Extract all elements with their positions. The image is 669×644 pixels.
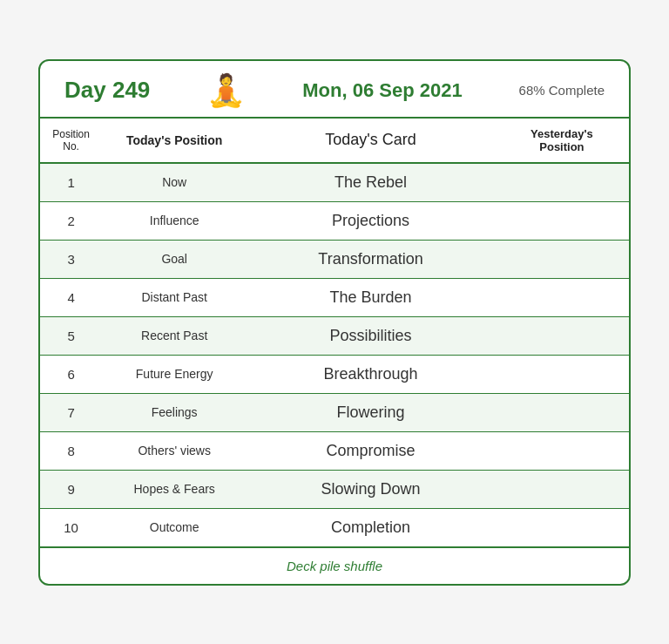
table-row: 5Recent PastPossibilities bbox=[40, 316, 629, 355]
footer-label: Deck pile shuffle bbox=[287, 559, 382, 573]
cell-today-pos: Outcome bbox=[102, 508, 247, 546]
cell-today-pos: Others' views bbox=[102, 431, 247, 470]
cell-yest-pos bbox=[495, 431, 629, 470]
table-row: 3GoalTransformation bbox=[40, 240, 629, 278]
col-header-yest-pos: Yesterday'sPosition bbox=[495, 119, 629, 163]
cell-today-card: Breakthrough bbox=[247, 355, 495, 393]
meditation-icon: 🧘 bbox=[206, 75, 246, 106]
cell-pos-no: 1 bbox=[40, 163, 102, 202]
cell-pos-no: 10 bbox=[40, 508, 102, 546]
date-label: Mon, 06 Sep 2021 bbox=[302, 79, 462, 102]
table-row: 9Hopes & FearsSlowing Down bbox=[40, 470, 629, 508]
cell-today-pos: Recent Past bbox=[102, 316, 247, 355]
cell-pos-no: 8 bbox=[40, 431, 102, 470]
table-row: 6Future EnergyBreakthrough bbox=[40, 355, 629, 393]
cell-pos-no: 9 bbox=[40, 470, 102, 508]
cell-today-card: Projections bbox=[247, 201, 495, 240]
table-row: 7FeelingsFlowering bbox=[40, 393, 629, 431]
main-card: Day 249 🧘 Mon, 06 Sep 2021 68% Complete … bbox=[38, 59, 631, 586]
cell-today-card: Transformation bbox=[247, 240, 495, 278]
cell-yest-pos bbox=[495, 240, 629, 278]
cell-pos-no: 6 bbox=[40, 355, 102, 393]
cell-yest-pos bbox=[495, 508, 629, 546]
cell-yest-pos bbox=[495, 355, 629, 393]
col-header-today-pos: Today's Position bbox=[102, 119, 247, 163]
cell-today-pos: Distant Past bbox=[102, 278, 247, 316]
cell-today-card: Completion bbox=[247, 508, 495, 546]
cell-today-pos: Hopes & Fears bbox=[102, 470, 247, 508]
cell-today-card: Possibilities bbox=[247, 316, 495, 355]
cell-yest-pos bbox=[495, 201, 629, 240]
table-row: 10OutcomeCompletion bbox=[40, 508, 629, 546]
table-row: 4Distant PastThe Burden bbox=[40, 278, 629, 316]
header: Day 249 🧘 Mon, 06 Sep 2021 68% Complete bbox=[40, 61, 629, 119]
cell-pos-no: 2 bbox=[40, 201, 102, 240]
cell-today-pos: Future Energy bbox=[102, 355, 247, 393]
day-label: Day 249 bbox=[64, 77, 150, 104]
cell-pos-no: 3 bbox=[40, 240, 102, 278]
cell-yest-pos bbox=[495, 278, 629, 316]
footer: Deck pile shuffle bbox=[40, 546, 629, 584]
cell-today-pos: Feelings bbox=[102, 393, 247, 431]
table-header-row: PositionNo. Today's Position Today's Car… bbox=[40, 119, 629, 163]
cell-today-card: Flowering bbox=[247, 393, 495, 431]
col-header-pos-no: PositionNo. bbox=[40, 119, 102, 163]
positions-table: PositionNo. Today's Position Today's Car… bbox=[40, 119, 629, 546]
table-row: 2InfluenceProjections bbox=[40, 201, 629, 240]
cell-today-card: The Burden bbox=[247, 278, 495, 316]
cell-pos-no: 7 bbox=[40, 393, 102, 431]
cell-today-card: The Rebel bbox=[247, 163, 495, 202]
table-row: 1NowThe Rebel bbox=[40, 163, 629, 202]
cell-today-pos: Now bbox=[102, 163, 247, 202]
cell-yest-pos bbox=[495, 163, 629, 202]
progress-label: 68% Complete bbox=[519, 83, 605, 98]
cell-yest-pos bbox=[495, 393, 629, 431]
cell-yest-pos bbox=[495, 470, 629, 508]
cell-today-pos: Influence bbox=[102, 201, 247, 240]
table-row: 8Others' viewsCompromise bbox=[40, 431, 629, 470]
col-header-today-card: Today's Card bbox=[247, 119, 495, 163]
cell-pos-no: 5 bbox=[40, 316, 102, 355]
cell-today-card: Compromise bbox=[247, 431, 495, 470]
cell-today-card: Slowing Down bbox=[247, 470, 495, 508]
cell-today-pos: Goal bbox=[102, 240, 247, 278]
cell-pos-no: 4 bbox=[40, 278, 102, 316]
cell-yest-pos bbox=[495, 316, 629, 355]
